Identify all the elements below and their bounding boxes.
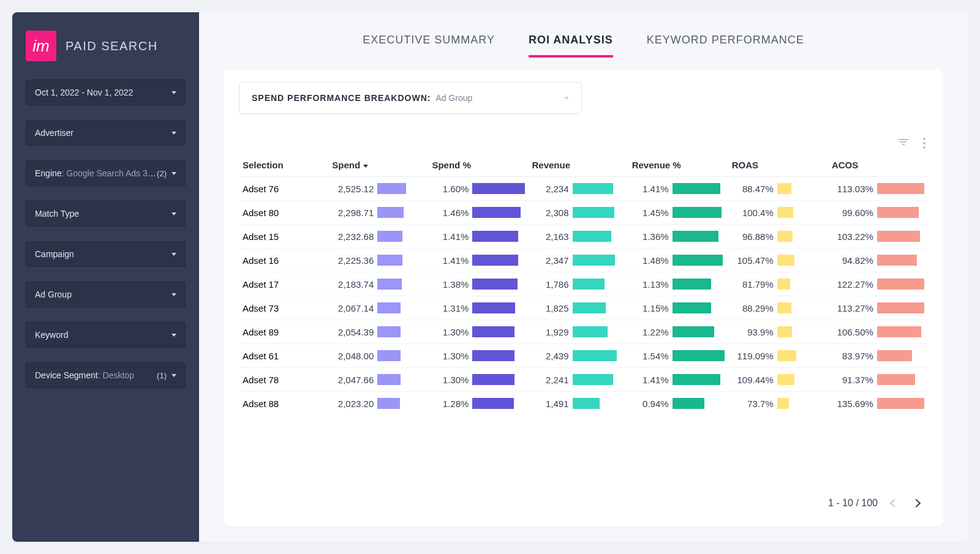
metric-bar: [377, 302, 424, 313]
chevron-down-icon: [172, 212, 176, 215]
metric-value: 2,298.71: [332, 208, 376, 218]
metric-value: 135.69%: [832, 399, 876, 409]
sidebar-filter-1[interactable]: Advertiser: [26, 120, 186, 146]
sidebar-filter-6[interactable]: Keyword: [26, 322, 186, 348]
cell-revenue: 1,786: [529, 272, 628, 296]
table-row: Adset 172,183.741.38%1,7861.13%81.79%122…: [239, 272, 928, 296]
table-row: Adset 162,225.361.41%2,3471.48%105.47%94…: [239, 249, 928, 272]
sidebar-filter-4[interactable]: Campaign: [26, 241, 186, 267]
metric-bar: [377, 207, 424, 218]
metric-value: 1.30%: [432, 351, 471, 361]
cell-spend: 2,298.71: [328, 201, 428, 225]
cell-spend: 2,054.39: [328, 320, 428, 344]
chevron-left-icon: [890, 499, 899, 507]
metric-value: 1.22%: [632, 327, 671, 337]
metric-value: 1.60%: [432, 184, 471, 194]
cell-roas: 119.09%: [728, 344, 828, 368]
metric-bar: [877, 302, 924, 313]
cell-selection: Adset 16: [239, 249, 328, 272]
cell-revenue: 2,308: [529, 201, 628, 225]
metric-bar: [472, 231, 524, 242]
metric-bar: [377, 326, 424, 337]
metric-value: 2,439: [532, 351, 571, 361]
col-spend-pct[interactable]: Spend %: [428, 154, 528, 177]
metric-bar: [877, 279, 924, 290]
cell-revenue: 1,929: [529, 320, 628, 344]
metric-bar: [777, 302, 824, 313]
next-page-button[interactable]: [911, 495, 922, 511]
sidebar-filter-2[interactable]: Engine: Google Search Ads 360, …(2): [26, 160, 186, 186]
metric-value: 2,525.12: [332, 184, 376, 194]
filter-label: Campaign: [35, 249, 74, 259]
metric-value: 122.27%: [832, 279, 876, 290]
metric-value: 2,023.20: [332, 399, 376, 409]
tab-executive-summary[interactable]: EXECUTIVE SUMMARY: [363, 34, 495, 58]
metric-bar: [472, 398, 524, 409]
col-spend[interactable]: Spend: [328, 154, 428, 177]
cell-revenue: 2,234: [529, 177, 628, 201]
cell-acos: 94.82%: [828, 249, 928, 272]
cell-spend-pct: 1.41%: [428, 249, 528, 272]
metric-bar: [472, 183, 524, 194]
cell-revenue-pct: 1.13%: [628, 272, 728, 296]
sort-desc-icon: [363, 165, 368, 168]
cell-revenue-pct: 1.41%: [628, 368, 728, 392]
col-revenue[interactable]: Revenue: [529, 154, 628, 177]
cell-revenue: 1,825: [529, 296, 628, 320]
metric-value: 99.60%: [832, 208, 876, 218]
more-options-icon[interactable]: [921, 129, 928, 151]
col-revenue-pct[interactable]: Revenue %: [628, 154, 728, 177]
cell-selection: Adset 88: [239, 392, 328, 416]
metric-value: 2,048.00: [332, 351, 376, 361]
metric-value: 2,054.39: [332, 327, 376, 337]
metric-bar: [472, 255, 524, 266]
chevron-down-icon: [172, 172, 176, 175]
metric-value: 0.94%: [632, 399, 671, 409]
prev-page-button[interactable]: [889, 495, 900, 511]
metric-value: 2,232.68: [332, 231, 376, 242]
chevron-right-icon: [912, 499, 921, 507]
metric-value: 2,234: [532, 184, 571, 194]
sidebar: im PAID SEARCH Oct 1, 2022 - Nov 1, 2022…: [12, 12, 199, 542]
cell-selection: Adset 17: [239, 272, 328, 296]
col-acos[interactable]: ACOS: [828, 154, 928, 177]
cell-revenue: 2,439: [529, 344, 628, 368]
filter-icon[interactable]: [896, 129, 911, 151]
metric-value: 1.41%: [632, 184, 671, 194]
cell-revenue: 2,347: [529, 249, 628, 272]
cell-spend-pct: 1.31%: [428, 296, 528, 320]
metric-bar: [877, 374, 924, 385]
sidebar-filter-5[interactable]: Ad Group: [26, 282, 186, 307]
metric-bar: [472, 207, 524, 218]
tab-roi-analysis[interactable]: ROI ANALYSIS: [529, 34, 613, 58]
metric-bar: [573, 374, 625, 385]
metric-value: 1.46%: [432, 208, 471, 218]
metric-value: 103.22%: [832, 231, 876, 242]
filter-label: Ad Group: [35, 290, 72, 299]
metric-bar: [377, 279, 424, 290]
col-roas[interactable]: ROAS: [728, 154, 828, 177]
metric-value: 113.03%: [832, 184, 876, 194]
sidebar-filter-7[interactable]: Device Segment: Desktop(1): [26, 362, 186, 388]
table-toolbar: [239, 129, 928, 151]
metric-value: 1.41%: [632, 375, 671, 385]
cell-revenue-pct: 1.48%: [628, 249, 728, 272]
cell-revenue-pct: 1.45%: [628, 201, 728, 225]
col-selection[interactable]: Selection: [239, 154, 328, 177]
chevron-down-icon: [172, 132, 176, 135]
cell-revenue-pct: 1.54%: [628, 344, 728, 368]
metric-bar: [673, 398, 725, 409]
brand-logo: im: [26, 31, 56, 61]
sidebar-filter-0[interactable]: Oct 1, 2022 - Nov 1, 2022: [26, 80, 186, 105]
metric-bar: [877, 350, 924, 361]
metric-bar: [877, 398, 924, 409]
cell-selection: Adset 61: [239, 344, 328, 368]
pagination: 1 - 10 / 100: [239, 462, 928, 511]
breakdown-dropdown[interactable]: SPEND PERFORMANCE BREAKDOWN: Ad Group: [239, 82, 582, 114]
metric-bar: [573, 207, 625, 218]
sidebar-filter-3[interactable]: Match Type: [26, 201, 186, 226]
cell-roas: 109.44%: [728, 368, 828, 392]
metric-value: 1.15%: [632, 303, 671, 313]
cell-acos: 135.69%: [828, 392, 928, 416]
tab-keyword-performance[interactable]: KEYWORD PERFORMANCE: [647, 34, 804, 58]
